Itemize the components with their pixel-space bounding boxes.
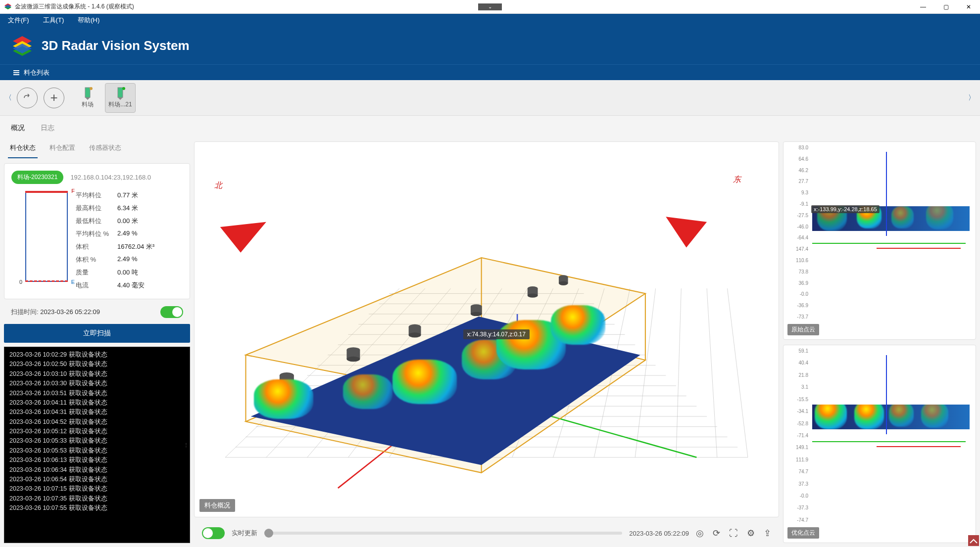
back-button[interactable] [17,88,38,108]
metric-row: 平均料位0.77 米 [76,189,183,202]
view-tab-log[interactable]: 日志 [41,124,54,133]
menu-help[interactable]: 帮助(H) [78,16,99,25]
tick-label: 64.6 [788,156,808,162]
log-line: 2023-03-26 10:07:55 获取设备状态 [9,503,185,513]
log-line: 2023-03-26 10:06:54 获取设备状态 [9,475,185,484]
gear-icon[interactable]: ⚙ [747,528,755,539]
svg-point-65 [409,332,421,337]
metric-label: 平均料位 % [76,229,117,238]
log-console[interactable]: ⋮ 2023-03-26 10:02:29 获取设备状态2023-03-26 1… [4,347,190,543]
svg-point-62 [346,357,360,362]
tick-label: 111.9 [788,457,808,462]
metric-label: 最高料位 [76,204,117,213]
ip-text: 192.168.0.104:23,192.168.0 [70,174,151,181]
axis-ticks: 59.140.421.83.1-15.5-34.1-52.8-71.4149.1… [788,348,808,523]
logo-icon [11,34,34,57]
metric-value: 2.49 % [117,255,137,264]
bin-tab-0[interactable]: 料场 [72,83,103,113]
optimized-pointcloud-view[interactable]: 59.140.421.83.1-15.5-34.1-52.8-71.4149.1… [783,345,976,543]
footer-timestamp: 2023-03-26 05:22:09 [629,530,689,537]
titlebar: 金波微源三维雷达成像系统 - 1.4.6 (观察模式) ⌄ — ▢ ✕ [0,0,980,14]
raw-tooltip: x:-133.99,y:-24.28,z:18.65 [811,205,880,213]
metric-label: 体积 % [76,255,117,264]
tick-label: -37.3 [788,505,808,510]
log-line: 2023-03-26 10:03:10 获取设备状态 [9,369,185,379]
bin-tab-label: 料场...21 [108,100,132,109]
tick-label: -9.1 [788,201,808,207]
app-icon [4,3,12,11]
view-tabs: 概况 日志 [4,120,190,139]
export-icon[interactable]: ⇪ [764,528,771,539]
tab-dropdown[interactable]: ⌄ [478,3,502,10]
app-header: 3D Radar Vision System [0,27,980,64]
left-panel: 概况 日志 料仓状态 料仓配置 传感器状态 料场-20230321 192.16… [4,120,190,543]
log-line: 2023-03-26 10:02:50 获取设备状态 [9,360,185,369]
opt-label-badge: 优化点云 [787,527,819,539]
metric-label: 质量 [76,268,117,277]
add-button[interactable]: + [44,88,64,108]
metric-value: 16762.04 米³ [117,242,154,251]
log-resize-handle[interactable]: ⋮ [184,441,189,449]
auto-scan-toggle[interactable] [160,306,183,318]
menu-file[interactable]: 文件(F) [8,16,29,25]
nav-right-icon[interactable]: 〉 [966,80,977,115]
maximize-button[interactable]: ▢ [934,0,957,14]
realtime-toggle[interactable] [202,527,225,539]
svg-rect-7 [13,70,19,71]
target-icon[interactable]: ◎ [696,528,704,539]
scan-now-button[interactable]: 立即扫描 [4,324,190,343]
sub-header: 料仓列表 [0,64,980,80]
log-line: 2023-03-26 10:05:33 获取设备状态 [9,436,185,446]
menu-tool[interactable]: 工具(T) [43,16,64,25]
svg-marker-75 [220,222,266,253]
scan-time-label: 扫描时间: [11,308,39,316]
nav-left-icon[interactable]: 〈 [3,80,14,115]
fullscreen-icon[interactable]: ⛶ [729,528,738,539]
minimize-button[interactable]: — [912,0,934,14]
silo-icon [82,87,93,100]
metric-row: 体积 %2.49 % [76,253,183,266]
tick-label: 73.8 [788,269,808,274]
metric-row: 最高料位6.34 米 [76,202,183,215]
close-button[interactable]: ✕ [957,0,980,14]
tick-label: 36.9 [788,280,808,286]
main-3d-view[interactable]: 北 东 x:74.38,y:14.07,z:0.17 料仓概况 [194,141,779,517]
svg-rect-8 [13,72,19,73]
bin-tab-1[interactable]: 料场...21 [105,83,136,113]
tick-label: -36.9 [788,303,808,308]
info-tab-status[interactable]: 料仓状态 [8,139,38,158]
time-slider[interactable] [264,532,622,535]
tick-label: 110.6 [788,258,808,263]
tick-label: -64.4 [788,235,808,240]
info-tabs: 料仓状态 料仓配置 传感器状态 [4,139,190,158]
app-title: 3D Radar Vision System [42,38,190,53]
gauge-zero-label: 0 [19,279,22,285]
svg-line-46 [727,288,747,457]
refresh-icon[interactable]: ⟳ [713,528,720,539]
log-line: 2023-03-26 10:05:53 获取设备状态 [9,446,185,456]
metric-value: 0.77 米 [117,191,138,200]
compass-north-label: 北 [214,181,222,191]
metric-value: 2.49 % [117,229,137,238]
tick-label: -52.8 [788,421,808,426]
raw-pointcloud-view[interactable]: 83.064.646.227.79.3-9.1-27.5-46.0-64.414… [783,141,976,340]
tick-label: 46.2 [788,168,808,173]
svg-point-74 [559,281,568,285]
metric-row: 质量0.00 吨 [76,266,183,279]
viz-title-badge: 料仓概况 [199,499,235,512]
tick-label: 37.3 [788,481,808,487]
metric-value: 0.00 吨 [117,268,138,277]
corner-indicator-icon[interactable] [968,535,979,546]
axis-ticks: 83.064.646.227.79.3-9.1-27.5-46.0-64.414… [788,145,808,319]
info-tab-sensor[interactable]: 传感器状态 [87,139,123,158]
info-tab-config[interactable]: 料仓配置 [48,139,77,158]
log-line: 2023-03-26 10:04:52 获取设备状态 [9,417,185,427]
tick-label: 147.4 [788,246,808,252]
view-tab-overview[interactable]: 概况 [11,124,25,133]
center-panel: 北 东 x:74.38,y:14.07,z:0.17 料仓概况 实时更新 202… [194,141,779,543]
svg-point-71 [528,294,538,298]
bin-badge: 料场-20230321 [11,171,63,184]
log-line: 2023-03-26 10:06:34 获取设备状态 [9,465,185,475]
log-line: 2023-03-26 10:03:51 获取设备状态 [9,389,185,398]
log-line: 2023-03-26 10:04:11 获取设备状态 [9,398,185,408]
